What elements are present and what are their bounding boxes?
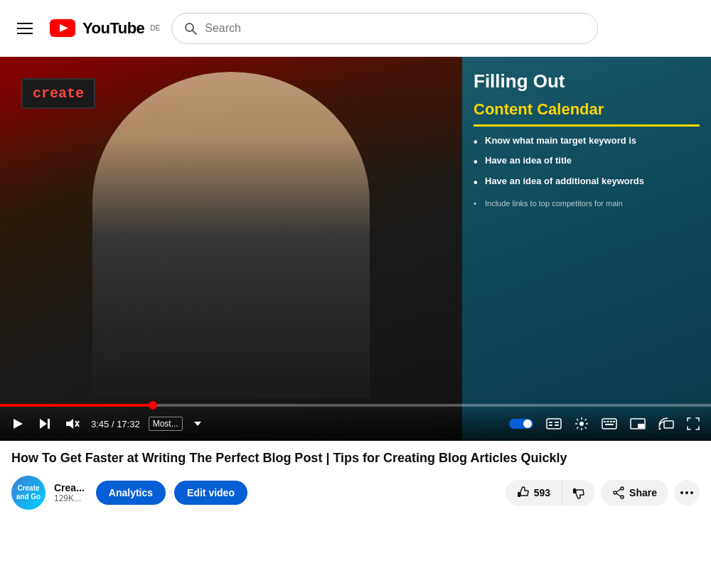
svg-marker-10 — [194, 422, 201, 426]
captions-button[interactable] — [543, 415, 565, 432]
more-options-button[interactable] — [674, 480, 700, 506]
panel-heading-line2: Content Calendar — [474, 100, 700, 127]
more-icon — [680, 491, 693, 494]
svg-rect-26 — [638, 424, 644, 428]
panel-bullet4: Include links to top competitors for mai… — [474, 199, 700, 208]
svg-rect-30 — [573, 488, 576, 493]
video-controls: 3:45 / 17:32 Most... — [0, 407, 711, 441]
search-icon — [183, 21, 198, 36]
search-bar[interactable] — [171, 13, 598, 44]
country-label: DE — [150, 24, 160, 32]
svg-rect-17 — [555, 424, 559, 426]
quality-label[interactable]: Most... — [149, 417, 183, 431]
channel-name[interactable]: Crea... — [54, 482, 85, 493]
create-sign: create — [21, 78, 95, 109]
svg-rect-13 — [547, 419, 561, 429]
svg-marker-5 — [40, 419, 47, 429]
svg-point-28 — [659, 428, 661, 430]
presenter-area: create — [0, 57, 462, 441]
channel-avatar[interactable]: Createand Go — [11, 476, 46, 510]
avatar-text: Createand Go — [16, 484, 41, 501]
autoplay-toggle[interactable] — [506, 415, 536, 433]
search-input[interactable] — [205, 22, 586, 35]
share-label: Share — [629, 487, 657, 498]
info-panel: Filling Out Content Calendar Know what m… — [462, 57, 711, 441]
cast-button[interactable] — [656, 415, 677, 433]
youtube-logo[interactable]: YouTubeDE — [50, 19, 160, 38]
video-meta-row: Createand Go Crea... 129K... Analytics E… — [11, 476, 700, 510]
share-button[interactable]: Share — [601, 480, 668, 506]
like-button[interactable]: 593 — [506, 480, 562, 506]
video-player[interactable]: create Filling Out Content Calendar Know… — [0, 57, 711, 441]
dislike-button[interactable] — [562, 480, 595, 506]
mute-button[interactable] — [63, 415, 82, 433]
svg-rect-14 — [549, 422, 552, 423]
svg-line-3 — [193, 30, 197, 34]
quality-arrow[interactable] — [191, 417, 204, 430]
svg-rect-16 — [555, 422, 559, 423]
header: YouTubeDE — [0, 0, 711, 57]
video-title: How To Get Faster at Writing The Perfect… — [11, 449, 700, 467]
svg-point-38 — [690, 491, 693, 494]
presenter-silhouette — [92, 72, 370, 398]
svg-rect-21 — [607, 421, 609, 422]
youtube-wordmark: YouTube — [82, 19, 144, 38]
edit-video-button[interactable]: Edit video — [174, 481, 247, 505]
time-display: 3:45 / 17:32 — [91, 419, 140, 429]
panel-bullet1: Know what main target keyword is — [474, 135, 700, 147]
svg-rect-23 — [613, 421, 615, 422]
svg-point-31 — [621, 487, 624, 490]
yt-icon — [50, 19, 75, 37]
svg-rect-15 — [549, 424, 552, 426]
like-dislike-group: 593 — [506, 480, 595, 506]
svg-rect-22 — [610, 421, 612, 422]
panel-bullet2: Have an idea of title — [474, 155, 700, 167]
controls-right — [506, 414, 702, 434]
like-count: 593 — [534, 487, 550, 498]
play-button[interactable] — [9, 415, 27, 433]
svg-rect-6 — [48, 419, 50, 429]
svg-marker-4 — [14, 419, 23, 429]
keyboard-button[interactable] — [599, 415, 620, 432]
settings-button[interactable] — [572, 414, 592, 434]
miniplayer-button[interactable] — [627, 415, 648, 432]
svg-line-35 — [616, 493, 621, 496]
channel-subs: 129K... — [54, 493, 85, 503]
svg-line-34 — [616, 489, 621, 492]
svg-rect-27 — [664, 421, 673, 428]
svg-point-37 — [685, 491, 688, 494]
channel-info: Crea... 129K... — [54, 482, 85, 503]
analytics-button[interactable]: Analytics — [96, 481, 166, 505]
thumbs-down-icon — [572, 486, 585, 499]
fullscreen-button[interactable] — [684, 415, 702, 433]
video-info: How To Get Faster at Writing The Perfect… — [0, 441, 711, 518]
svg-rect-29 — [518, 492, 520, 497]
next-button[interactable] — [36, 415, 54, 433]
share-icon — [612, 486, 625, 499]
svg-point-12 — [523, 419, 532, 428]
panel-heading-line1: Filling Out — [474, 71, 700, 92]
svg-rect-20 — [604, 421, 606, 422]
panel-bullet3: Have an idea of additional keywords — [474, 176, 700, 188]
video-thumbnail: create Filling Out Content Calendar Know… — [0, 57, 711, 441]
svg-point-18 — [579, 422, 584, 426]
menu-button[interactable] — [11, 17, 38, 40]
svg-point-33 — [614, 491, 616, 494]
svg-marker-7 — [66, 419, 73, 429]
svg-rect-24 — [605, 424, 614, 425]
svg-point-32 — [621, 496, 624, 498]
engagement-buttons: 593 Share — [506, 480, 700, 506]
thumbs-up-icon — [517, 486, 530, 499]
svg-point-36 — [680, 491, 683, 494]
